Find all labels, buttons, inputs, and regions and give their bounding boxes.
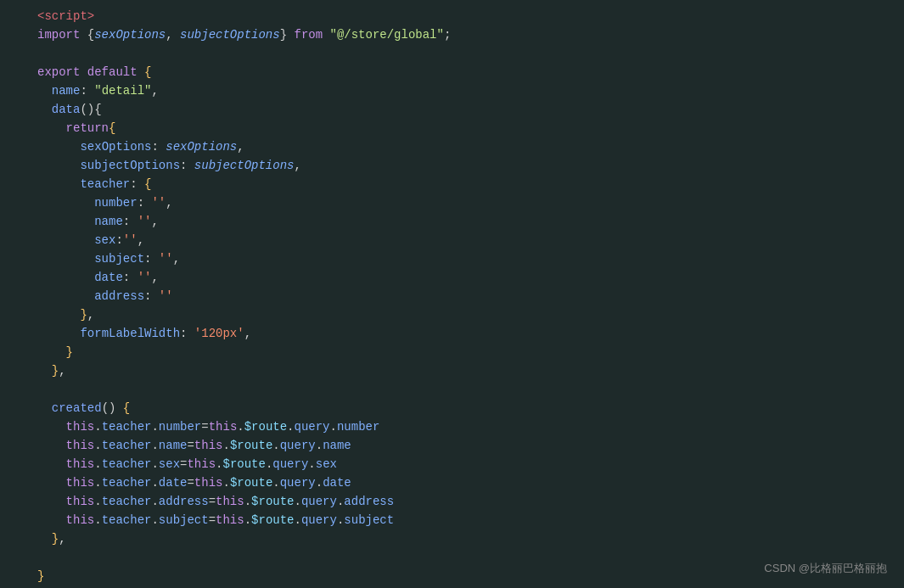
line-9: subjectOptions: subjectOptions,	[0, 156, 904, 175]
line-25: this.teacher.sex=this.$route.query.sex	[0, 455, 904, 473]
line-20: },	[0, 361, 904, 380]
line-22: created() {	[0, 399, 904, 417]
line-8: sexOptions: sexOptions,	[0, 137, 904, 156]
line-27: this.teacher.address=this.$route.query.a…	[0, 492, 904, 511]
line-2: import {sexOptions, subjectOptions} from…	[0, 25, 904, 44]
line-12: name: '',	[0, 212, 904, 231]
line-13: sex:'',	[0, 231, 904, 249]
line-19: }	[0, 343, 904, 361]
line-23: this.teacher.number=this.$route.query.nu…	[0, 417, 904, 436]
line-10: teacher: {	[0, 175, 904, 193]
line-3	[0, 44, 904, 63]
line-17: },	[0, 305, 904, 324]
line-4: export default {	[0, 63, 904, 81]
code-editor: <script> import {sexOptions, subjectOpti…	[0, 0, 904, 588]
line-11: number: '',	[0, 193, 904, 212]
line-7: return{	[0, 119, 904, 137]
watermark: CSDN @比格丽巴格丽抱	[764, 559, 887, 578]
line-29: },	[0, 529, 904, 548]
line-14: subject: '',	[0, 249, 904, 268]
line-1: <script>	[0, 7, 904, 25]
line-28: this.teacher.subject=this.$route.query.s…	[0, 511, 904, 529]
line-6: data(){	[0, 100, 904, 119]
line-5: name: "detail",	[0, 81, 904, 100]
line-24: this.teacher.name=this.$route.query.name	[0, 436, 904, 455]
line-26: this.teacher.date=this.$route.query.date	[0, 473, 904, 492]
line-16: address: ''	[0, 287, 904, 305]
line-15: date: '',	[0, 268, 904, 287]
line-18: formLabelWidth: '120px',	[0, 324, 904, 343]
line-21	[0, 380, 904, 399]
